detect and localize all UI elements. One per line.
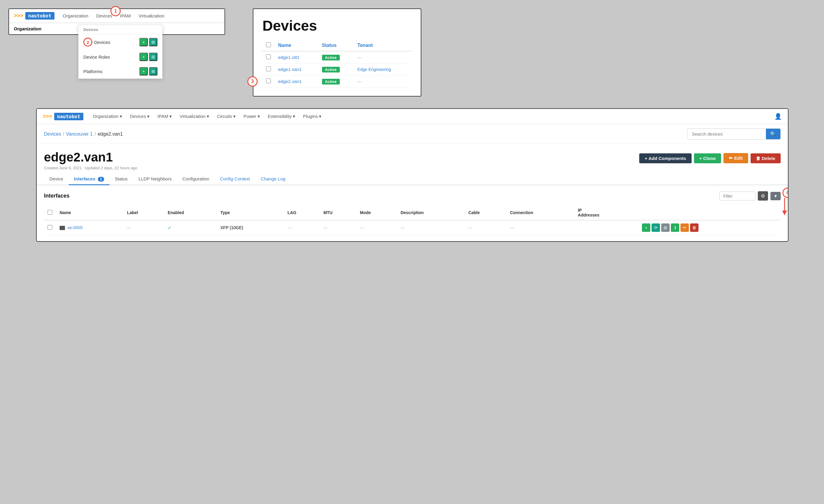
tab-lldp-neighbors[interactable]: LLDP Neighbors bbox=[133, 173, 177, 185]
app-nav-virtualization[interactable]: Virtualization ▾ bbox=[177, 112, 212, 121]
more-button[interactable]: ▼ bbox=[770, 192, 781, 200]
iface-desc-cell: — bbox=[397, 220, 465, 235]
top-navbar: >>> nautobot Organization Devices 1 IPAM… bbox=[9, 9, 224, 23]
device-name-cell: edge2.van1 bbox=[275, 76, 318, 88]
col-enabled: Enabled bbox=[164, 206, 217, 220]
row-checkbox[interactable] bbox=[266, 79, 271, 83]
info-row-btn[interactable]: ℹ bbox=[671, 224, 679, 232]
delete-button[interactable]: 🗑 Delete bbox=[750, 153, 781, 163]
app-nav-circuits[interactable]: Circuits ▾ bbox=[214, 112, 239, 121]
breadcrumb-sep1: / bbox=[63, 131, 64, 137]
logo: >>> nautobot bbox=[14, 12, 55, 19]
connect-row-btn[interactable]: ⊞ bbox=[661, 224, 670, 232]
device-link[interactable]: edge1.ott1 bbox=[278, 55, 299, 60]
search-input[interactable] bbox=[688, 129, 766, 139]
device-link[interactable]: edge2.van1 bbox=[278, 79, 302, 84]
add-devices-btn[interactable]: + bbox=[139, 38, 148, 46]
tab-device[interactable]: Device bbox=[44, 173, 69, 185]
row-checkbox[interactable] bbox=[266, 67, 271, 71]
device-name: edge2.van1 bbox=[44, 150, 137, 164]
row-actions-cell: + ⟳ ⊞ ℹ ✏ 🗑 bbox=[638, 220, 781, 235]
row-checkbox[interactable] bbox=[47, 225, 53, 230]
select-all-interfaces-checkbox[interactable] bbox=[47, 210, 53, 215]
iface-label: — bbox=[127, 225, 131, 230]
add-row-btn[interactable]: + bbox=[642, 224, 650, 232]
edit-row-btn[interactable]: ✏ bbox=[681, 224, 689, 232]
col-checkbox bbox=[263, 40, 275, 51]
logo-text: nautobot bbox=[25, 12, 55, 19]
dropdown-device-roles-label: Device Roles bbox=[83, 54, 110, 59]
tab-interfaces[interactable]: Interfaces 1 bbox=[69, 173, 110, 185]
tabs-bar: Device Interfaces 1 Status LLDP Neighbor… bbox=[37, 173, 788, 185]
dropdown-item-platforms[interactable]: Platforms + ⊞ bbox=[79, 64, 162, 79]
breadcrumb-vancouver[interactable]: Vancouver 1 bbox=[66, 131, 93, 137]
status-cell: Active bbox=[318, 64, 354, 76]
add-platforms-btn[interactable]: + bbox=[139, 67, 148, 76]
col-mtu: MTU bbox=[320, 206, 356, 220]
tab-change-log[interactable]: Change Log bbox=[255, 173, 291, 185]
tenant-cell: Edge Engineering bbox=[354, 64, 412, 76]
tab-config-context[interactable]: Config Context bbox=[215, 173, 255, 185]
bulk-devices-btn[interactable]: ⊞ bbox=[149, 38, 158, 46]
row-checkbox-cell: 3 bbox=[263, 76, 275, 88]
app-nav-power[interactable]: Power ▾ bbox=[240, 112, 263, 121]
dropdown-header: Devices bbox=[79, 25, 162, 34]
dropdown-item-devices[interactable]: 2 Devices + ⊞ bbox=[79, 34, 162, 49]
bulk-platforms-btn[interactable]: ⊞ bbox=[149, 67, 158, 76]
app-nav-plugins[interactable]: Plugins ▾ bbox=[300, 112, 324, 121]
tenant-dash: — bbox=[357, 55, 362, 60]
iface-connection-cell: — bbox=[507, 220, 574, 235]
filter-input[interactable] bbox=[719, 192, 755, 201]
app-nav-devices[interactable]: Devices ▾ bbox=[127, 112, 153, 121]
bottom-panel: >>> nautobot Organization ▾ Devices ▾ IP… bbox=[36, 108, 789, 242]
table-row: xe-0/0/0 — ✓ XFP (10GE) — — — — — — + bbox=[44, 220, 781, 235]
app-nav-ipam[interactable]: IPAM ▾ bbox=[154, 112, 175, 121]
clone-button[interactable]: + Clone bbox=[694, 153, 721, 163]
dropdown-item-device-roles[interactable]: Device Roles + ⊞ bbox=[79, 49, 162, 64]
device-link[interactable]: edge1.van1 bbox=[278, 67, 302, 72]
top-left-panel: >>> nautobot Organization Devices 1 IPAM… bbox=[8, 8, 225, 35]
bulk-roles-btn[interactable]: ⊞ bbox=[149, 52, 158, 61]
row-actions: + ⟳ ⊞ ℹ ✏ 🗑 bbox=[642, 224, 777, 232]
select-all-checkbox[interactable] bbox=[266, 42, 271, 47]
app-nav-extensibility[interactable]: Extensibility ▾ bbox=[265, 112, 298, 121]
search-button[interactable]: 🔍 bbox=[766, 129, 781, 139]
gear-button[interactable]: ⚙ bbox=[758, 191, 768, 201]
iface-cable-cell: — bbox=[465, 220, 507, 235]
status-cell: Active bbox=[318, 51, 354, 64]
dropdown-devices-icons: + ⊞ bbox=[139, 38, 158, 46]
tenant-link[interactable]: Edge Engineering bbox=[357, 67, 391, 72]
breadcrumb-devices[interactable]: Devices bbox=[44, 131, 61, 137]
app-nav-organization[interactable]: Organization ▾ bbox=[90, 112, 125, 121]
col-description: Description bbox=[397, 206, 465, 220]
col-mode: Mode bbox=[356, 206, 397, 220]
add-roles-btn[interactable]: + bbox=[139, 52, 148, 61]
tab-configuration[interactable]: Configuration bbox=[177, 173, 215, 185]
interface-name-link[interactable]: xe-0/0/0 bbox=[68, 225, 83, 230]
edit-button[interactable]: ✏ Edit bbox=[723, 153, 748, 163]
iface-mode-cell: — bbox=[356, 220, 397, 235]
iface-mtu: — bbox=[323, 225, 328, 230]
tab-status[interactable]: Status bbox=[110, 173, 133, 185]
delete-row-btn[interactable]: 🗑 bbox=[690, 224, 699, 232]
col-checkbox bbox=[44, 206, 56, 220]
step-4-circle: 4 bbox=[783, 187, 789, 198]
row-checkbox[interactable] bbox=[266, 54, 271, 59]
table-row: 3 edge2.van1 Active — bbox=[263, 76, 412, 88]
step-3-circle: 3 bbox=[247, 77, 258, 87]
user-icon[interactable]: 👤 bbox=[775, 113, 782, 120]
nav-organization[interactable]: Organization bbox=[61, 12, 91, 19]
status-cell: Active bbox=[318, 76, 354, 88]
sync-row-btn[interactable]: ⟳ bbox=[651, 224, 660, 232]
interfaces-count-badge: 1 bbox=[98, 177, 104, 181]
iface-connection: — bbox=[510, 225, 514, 230]
interfaces-section: Interfaces ⚙ ▼ 4 bbox=[37, 185, 788, 241]
step-1-circle: 1 bbox=[110, 6, 121, 16]
nav-virtualization[interactable]: Virtualization bbox=[136, 12, 167, 19]
col-actions bbox=[638, 206, 781, 220]
add-components-button[interactable]: + Add Components bbox=[639, 153, 691, 163]
row-checkbox-cell bbox=[263, 64, 275, 76]
dropdown-roles-icons: + ⊞ bbox=[139, 52, 158, 61]
row-checkbox-cell bbox=[44, 220, 56, 235]
tenant-cell: — bbox=[354, 51, 412, 64]
